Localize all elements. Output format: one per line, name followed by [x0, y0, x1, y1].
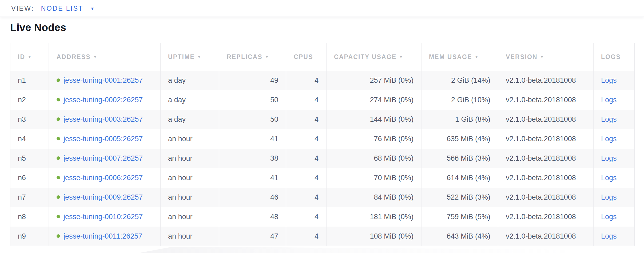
node-address-link[interactable]: jesse-tuning-0011:26257 — [63, 232, 142, 240]
live-nodes-page: VIEW: NODE LIST ▼ Live Nodes ID▼ ADDRESS… — [0, 0, 644, 246]
node-cpus: 4 — [286, 71, 326, 90]
node-logs-link[interactable]: Logs — [601, 154, 617, 162]
column-header-mem-usage[interactable]: MEM USAGE▼ — [421, 43, 498, 71]
node-address-link[interactable]: jesse-tuning-0007:26257 — [63, 154, 143, 162]
node-mem-usage: 614 MiB (4%) — [421, 168, 498, 188]
column-label: VERSION — [506, 53, 538, 60]
node-address-cell: jesse-tuning-0003:26257 — [49, 110, 160, 129]
column-header-logs: LOGS — [593, 43, 634, 71]
column-header-replicas[interactable]: REPLICAS▼ — [219, 43, 286, 71]
node-mem-usage: 522 MiB (3%) — [421, 188, 498, 207]
node-logs-link[interactable]: Logs — [601, 96, 617, 104]
node-id: n6 — [10, 168, 49, 188]
node-version: v2.1.0-beta.20181008 — [498, 168, 593, 188]
column-header-address[interactable]: ADDRESS▼ — [49, 43, 160, 71]
chevron-down-icon: ▼ — [90, 6, 94, 11]
node-replicas: 38 — [219, 149, 286, 168]
table-row: n8 jesse-tuning-0010:26257 an hour 48 4 … — [10, 207, 634, 227]
node-replicas: 47 — [219, 227, 286, 246]
node-mem-usage: 2 GiB (14%) — [421, 71, 498, 90]
node-uptime: an hour — [160, 149, 219, 168]
sort-arrow-icon: ▼ — [93, 54, 97, 59]
node-cpus: 4 — [286, 110, 326, 129]
node-address-cell: jesse-tuning-0011:26257 — [49, 227, 160, 246]
column-header-id[interactable]: ID▼ — [10, 43, 49, 71]
table-row: n9 jesse-tuning-0011:26257 an hour 47 4 … — [10, 227, 634, 246]
node-cpus: 4 — [286, 188, 326, 207]
node-version: v2.1.0-beta.20181008 — [498, 227, 593, 246]
node-mem-usage: 759 MiB (5%) — [421, 207, 498, 227]
node-uptime: an hour — [160, 188, 219, 207]
node-capacity-usage: 68 MiB (0%) — [326, 149, 421, 168]
node-address-cell: jesse-tuning-0006:26257 — [49, 168, 160, 188]
view-bar: VIEW: NODE LIST ▼ — [0, 0, 644, 17]
node-address-cell: jesse-tuning-0007:26257 — [49, 149, 160, 168]
node-logs-link[interactable]: Logs — [601, 174, 617, 182]
column-label: ID — [18, 53, 25, 60]
node-capacity-usage: 274 MiB (0%) — [326, 90, 421, 110]
node-live-status-icon — [57, 156, 60, 160]
node-logs-cell: Logs — [593, 129, 634, 149]
view-selected-value: NODE LIST — [41, 5, 83, 12]
node-logs-link[interactable]: Logs — [601, 76, 617, 84]
node-mem-usage: 635 MiB (4%) — [421, 129, 498, 149]
column-label: CAPACITY USAGE — [334, 53, 396, 60]
node-capacity-usage: 108 MiB (0%) — [326, 227, 421, 246]
node-id: n1 — [10, 71, 49, 90]
node-address-cell: jesse-tuning-0002:26257 — [49, 90, 160, 110]
sort-arrow-icon: ▼ — [197, 54, 201, 59]
node-address-link[interactable]: jesse-tuning-0002:26257 — [63, 96, 143, 104]
sort-arrow-icon: ▼ — [399, 54, 403, 59]
node-address-cell: jesse-tuning-0005:26257 — [49, 129, 160, 149]
page-title: Live Nodes — [0, 17, 644, 33]
column-header-uptime[interactable]: UPTIME▼ — [160, 43, 219, 71]
node-uptime: a day — [160, 110, 219, 129]
node-mem-usage: 2 GiB (10%) — [421, 90, 498, 110]
column-label: UPTIME — [168, 53, 195, 60]
node-logs-cell: Logs — [593, 90, 634, 110]
table-row: n1 jesse-tuning-0001:26257 a day 49 4 25… — [10, 71, 634, 90]
node-address-cell: jesse-tuning-0010:26257 — [49, 207, 160, 227]
column-label: CPUS — [294, 53, 313, 60]
node-logs-link[interactable]: Logs — [601, 232, 617, 240]
node-address-link[interactable]: jesse-tuning-0005:26257 — [63, 135, 143, 143]
node-logs-link[interactable]: Logs — [601, 213, 617, 221]
node-address-cell: jesse-tuning-0001:26257 — [49, 71, 160, 90]
node-logs-link[interactable]: Logs — [601, 193, 617, 201]
node-version: v2.1.0-beta.20181008 — [498, 129, 593, 149]
node-mem-usage: 1 GiB (8%) — [421, 110, 498, 129]
node-uptime: a day — [160, 90, 219, 110]
live-nodes-table: ID▼ ADDRESS▼ UPTIME▼ REPLICAS▼ CPUS CAPA… — [10, 43, 635, 246]
table-row: n2 jesse-tuning-0002:26257 a day 50 4 27… — [10, 90, 634, 110]
view-selector-dropdown[interactable]: NODE LIST ▼ — [41, 5, 94, 12]
node-address-cell: jesse-tuning-0009:26257 — [49, 188, 160, 207]
sort-arrow-icon: ▼ — [265, 54, 269, 59]
node-id: n7 — [10, 188, 49, 207]
node-capacity-usage: 76 MiB (0%) — [326, 129, 421, 149]
node-live-status-icon — [57, 137, 60, 140]
node-id: n4 — [10, 129, 49, 149]
column-header-version[interactable]: VERSION▼ — [498, 43, 593, 71]
column-header-cpus: CPUS — [286, 43, 326, 71]
node-live-status-icon — [57, 195, 60, 199]
column-header-capacity-usage[interactable]: CAPACITY USAGE▼ — [326, 43, 421, 71]
node-logs-link[interactable]: Logs — [601, 135, 617, 143]
node-version: v2.1.0-beta.20181008 — [498, 90, 593, 110]
node-logs-cell: Logs — [593, 110, 634, 129]
node-cpus: 4 — [286, 207, 326, 227]
node-address-link[interactable]: jesse-tuning-0001:26257 — [63, 76, 143, 84]
sort-arrow-icon: ▼ — [540, 54, 544, 59]
node-address-link[interactable]: jesse-tuning-0010:26257 — [63, 213, 143, 221]
node-address-link[interactable]: jesse-tuning-0003:26257 — [63, 115, 143, 123]
node-id: n9 — [10, 227, 49, 246]
node-address-link[interactable]: jesse-tuning-0006:26257 — [63, 174, 143, 182]
column-label: ADDRESS — [57, 53, 91, 60]
table-row: n3 jesse-tuning-0003:26257 a day 50 4 14… — [10, 110, 634, 129]
node-live-status-icon — [57, 176, 60, 179]
node-logs-link[interactable]: Logs — [601, 115, 617, 123]
node-address-link[interactable]: jesse-tuning-0009:26257 — [63, 193, 143, 201]
node-capacity-usage: 257 MiB (0%) — [326, 71, 421, 90]
node-capacity-usage: 84 MiB (0%) — [326, 188, 421, 207]
node-version: v2.1.0-beta.20181008 — [498, 149, 593, 168]
node-id: n3 — [10, 110, 49, 129]
